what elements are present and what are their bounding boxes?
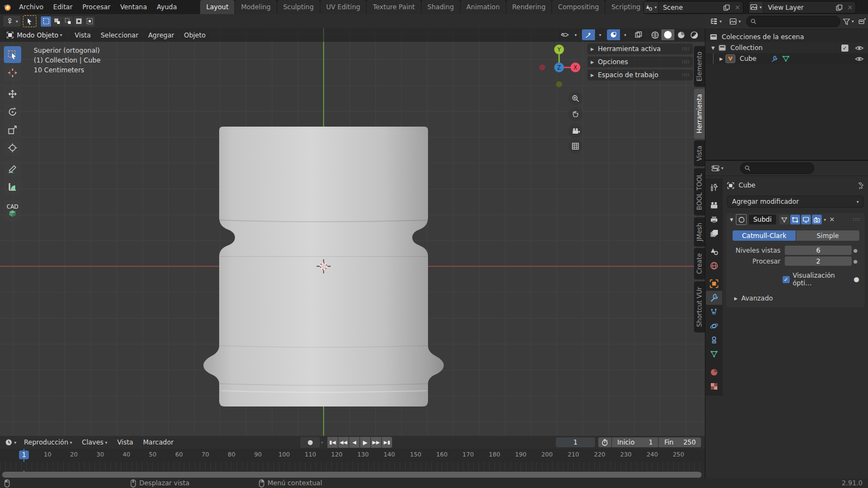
workspace-tab-sculpting[interactable]: Sculpting bbox=[277, 0, 320, 14]
pin-icon[interactable] bbox=[857, 182, 864, 189]
modifier-wrench-icon[interactable] bbox=[771, 55, 778, 62]
play-button[interactable]: ▶ bbox=[360, 437, 370, 448]
modifier-close-icon[interactable]: ✕ bbox=[829, 216, 835, 223]
overlays-toggle[interactable] bbox=[607, 29, 620, 40]
prev-keyframe-button[interactable]: ◀◀ bbox=[338, 437, 349, 448]
timeline-editor-type-button[interactable]: ▾ bbox=[2, 437, 19, 448]
selectable-checkbox[interactable]: ✓ bbox=[841, 45, 848, 52]
timeline-ruler[interactable]: 1 10203040506070809010011012013014015016… bbox=[0, 449, 705, 462]
gizmos-chevron[interactable]: ▾ bbox=[595, 29, 604, 40]
properties-tab-particles[interactable] bbox=[706, 305, 722, 319]
viewport-menu-vista[interactable]: Vista bbox=[70, 30, 95, 41]
drag-handle-icon[interactable]: ∷∷ bbox=[683, 72, 690, 78]
workspace-tab-shading[interactable]: Shading bbox=[421, 0, 460, 14]
tool-scale[interactable] bbox=[4, 121, 21, 138]
toggle-perspective-button[interactable] bbox=[568, 139, 582, 153]
outliner-search-input[interactable] bbox=[746, 16, 840, 27]
outliner-row-cube[interactable]: ▶ Cube bbox=[705, 53, 868, 64]
show-on-cage-toggle[interactable] bbox=[779, 215, 789, 224]
workspace-tab-compositing[interactable]: Compositing bbox=[552, 0, 605, 14]
add-modifier-dropdown[interactable]: Agregar modificador ▾ bbox=[727, 196, 864, 208]
menu-archivo[interactable]: Archivo bbox=[14, 0, 48, 14]
panel-herramienta-activa[interactable]: ▶Herramienta activa∷∷ bbox=[587, 43, 693, 54]
properties-tab-texture[interactable] bbox=[706, 379, 722, 393]
show-viewport-toggle[interactable] bbox=[801, 215, 811, 224]
panel-espacio-de-trabajo[interactable]: ▶Espacio de trabajo∷∷ bbox=[587, 70, 693, 80]
xray-toggle[interactable] bbox=[632, 29, 645, 40]
modifier-extras-chevron[interactable]: ▾ bbox=[824, 217, 826, 222]
sidebar-tab-herramienta[interactable]: Herramienta bbox=[694, 89, 705, 139]
sidebar-tab-bool-tool[interactable]: BOOL TOOL bbox=[694, 168, 705, 215]
simple-button[interactable]: Simple bbox=[796, 230, 859, 241]
view-layer-copy-icon[interactable] bbox=[834, 2, 845, 13]
view-layer-icon[interactable]: ▾ bbox=[749, 2, 764, 13]
panel-opciones[interactable]: ▶Opciones∷∷ bbox=[587, 57, 693, 67]
scene-name[interactable]: Scene bbox=[659, 4, 721, 11]
timeline-menu-vista[interactable]: Vista bbox=[112, 439, 138, 446]
tool-measure[interactable] bbox=[4, 178, 21, 195]
timeline-menu-reproducción[interactable]: Reproducción▾ bbox=[19, 439, 77, 446]
shading-material[interactable] bbox=[674, 29, 687, 40]
active-tool-button[interactable] bbox=[23, 15, 36, 27]
timeline-menu-marcador[interactable]: Marcador bbox=[138, 439, 178, 446]
blender-logo-icon[interactable] bbox=[0, 1, 14, 13]
mode-selector[interactable]: Modo Objeto ▾ bbox=[3, 30, 66, 41]
outliner-editor-type-button[interactable]: ▾ bbox=[708, 16, 724, 27]
select-mode-intersect[interactable] bbox=[84, 16, 95, 27]
frame-end-field[interactable]: Fin250 bbox=[659, 437, 701, 447]
sidebar-tab-elemento[interactable]: Elemento bbox=[694, 46, 705, 87]
tool-annotate[interactable] bbox=[4, 160, 21, 177]
tool-rotate[interactable] bbox=[4, 103, 21, 120]
workspace-tab-rendering[interactable]: Rendering bbox=[506, 0, 551, 14]
properties-tab-tool[interactable] bbox=[706, 180, 722, 195]
next-keyframe-button[interactable]: ▶▶ bbox=[371, 437, 381, 448]
properties-tab-constraints[interactable] bbox=[706, 333, 722, 347]
sidebar-tab-create[interactable]: Create bbox=[694, 248, 705, 279]
select-mode-invert[interactable] bbox=[73, 16, 84, 27]
shading-wireframe[interactable] bbox=[648, 29, 661, 40]
levels-viewport-field[interactable]: 6 bbox=[785, 246, 852, 255]
workspace-tab-uv-editing[interactable]: UV Editing bbox=[320, 0, 367, 14]
outliner-row-collection[interactable]: ▼ Collection ✓ bbox=[705, 42, 868, 53]
properties-tab-output[interactable] bbox=[706, 212, 722, 227]
properties-tab-render[interactable] bbox=[706, 198, 722, 212]
zoom-button[interactable] bbox=[568, 91, 582, 105]
properties-search-input[interactable] bbox=[740, 162, 814, 174]
gizmos-toggle[interactable] bbox=[582, 29, 595, 40]
select-mode-new[interactable] bbox=[41, 16, 51, 27]
tool-transform[interactable] bbox=[4, 139, 21, 156]
show-render-toggle[interactable] bbox=[812, 215, 822, 224]
frame-start-field[interactable]: Inicio1 bbox=[612, 437, 658, 447]
scene-selector[interactable]: ▾ Scene ✕ bbox=[643, 1, 743, 14]
expand-icon[interactable]: ▼ bbox=[710, 46, 716, 51]
drag-handle-icon[interactable]: ∷∷ bbox=[683, 46, 690, 52]
jump-to-start-button[interactable]: ▮◀ bbox=[327, 437, 338, 448]
timeline-scrollbar[interactable] bbox=[2, 472, 702, 478]
viewport-menu-agregar[interactable]: Agregar bbox=[144, 30, 178, 41]
outliner-filter-button[interactable]: ▾ bbox=[843, 18, 854, 25]
hide-eye-icon[interactable] bbox=[855, 45, 864, 51]
breadcrumb-object[interactable]: Cube bbox=[739, 182, 755, 189]
properties-tab-data[interactable] bbox=[706, 347, 722, 361]
menu-ayuda[interactable]: Ayuda bbox=[152, 0, 182, 14]
editor-type-button[interactable]: ▾ bbox=[3, 16, 21, 27]
camera-view-button[interactable] bbox=[568, 124, 582, 138]
jump-to-end-button[interactable]: ▶▮ bbox=[382, 437, 392, 448]
optimal-display-checkbox[interactable]: ✓ bbox=[783, 276, 790, 283]
workspace-tab-animation[interactable]: Animation bbox=[461, 0, 506, 14]
new-collection-button[interactable] bbox=[858, 18, 866, 25]
shading-solid[interactable] bbox=[661, 29, 674, 40]
properties-tab-scene[interactable] bbox=[706, 245, 722, 259]
outliner-row-scene-collection[interactable]: Colecciones de la escena bbox=[705, 32, 868, 42]
menu-ventana[interactable]: Ventana bbox=[115, 0, 152, 14]
show-in-editmode-toggle[interactable] bbox=[790, 215, 800, 224]
catmull-clark-button[interactable]: Catmull-Clark bbox=[733, 230, 796, 241]
drag-handle-icon[interactable]: ∷∷ bbox=[683, 59, 690, 65]
hide-eye-icon[interactable] bbox=[855, 56, 864, 62]
workspace-tab-texture-paint[interactable]: Texture Paint bbox=[367, 0, 420, 14]
auto-keying-toggle[interactable] bbox=[300, 437, 320, 448]
advanced-section[interactable]: ▶ Avanzado bbox=[733, 295, 865, 302]
workspace-tab-scripting[interactable]: Scripting bbox=[605, 0, 646, 14]
scene-icon[interactable]: ▾ bbox=[644, 2, 659, 13]
workspace-tab-layout[interactable]: Layout bbox=[200, 0, 234, 14]
